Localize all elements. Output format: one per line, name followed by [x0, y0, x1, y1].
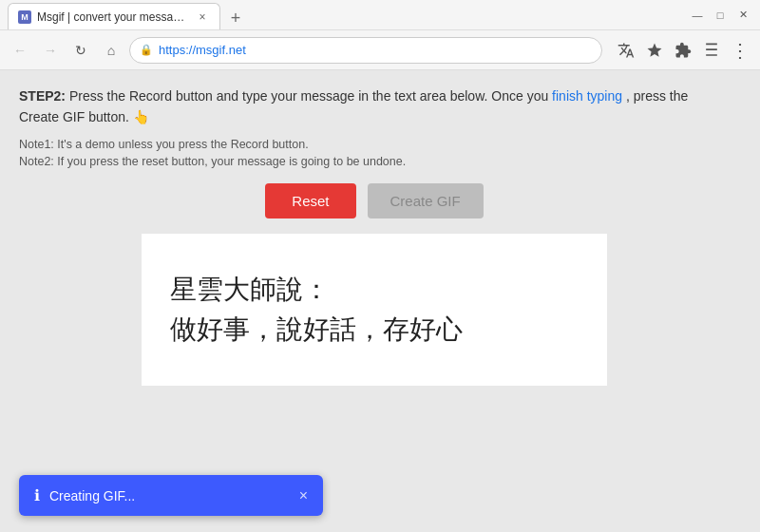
toast-message: Creating GIF...	[49, 488, 290, 504]
note2-text: Note2: If you press the reset button, yo…	[19, 155, 730, 168]
tab-favicon: M	[18, 10, 31, 24]
action-buttons-row: Reset Create GIF	[19, 183, 730, 218]
extensions-icon[interactable]	[671, 38, 695, 63]
back-button[interactable]: ←	[8, 38, 32, 63]
instruction-main: Press the Record button and type your me…	[69, 88, 552, 104]
tabs-container: M Msgif | convert your message i × +	[8, 0, 688, 29]
toast-notification: ℹ Creating GIF... ×	[19, 475, 323, 516]
toast-info-icon: ℹ	[34, 486, 40, 504]
new-tab-button[interactable]: +	[224, 7, 247, 29]
tab-title: Msgif | convert your message i	[37, 10, 189, 24]
active-tab[interactable]: M Msgif | convert your message i ×	[8, 3, 220, 29]
lock-icon: 🔒	[140, 44, 153, 56]
refresh-button[interactable]: ↻	[68, 38, 93, 63]
note1-text: Note1: It's a demo unless you press the …	[19, 138, 730, 151]
profile-icon[interactable]	[699, 38, 724, 63]
translate-icon[interactable]	[614, 38, 638, 63]
pointing-emoji: 👆	[133, 109, 149, 124]
preview-line1: 星雲大師說：	[170, 270, 463, 310]
instruction-paragraph: STEP2: Press the Record button and type …	[19, 86, 730, 128]
step-label: STEP2:	[19, 88, 66, 104]
url-text: https://msgif.net	[159, 43, 246, 57]
titlebar: M Msgif | convert your message i × + — □…	[0, 0, 760, 30]
instruction-highlight-finish: finish typing	[552, 88, 622, 104]
bookmark-star-icon[interactable]	[642, 38, 667, 63]
create-gif-button[interactable]: Create GIF	[368, 183, 484, 218]
menu-icon[interactable]: ⋮	[728, 38, 752, 63]
minimize-button[interactable]: —	[688, 6, 707, 25]
window-controls: — □ ✕	[688, 6, 752, 25]
browser-toolbar-icons: ⋮	[614, 38, 752, 63]
preview-text: 星雲大師說： 做好事，說好話，存好心	[170, 270, 463, 350]
addressbar: ← → ↻ ⌂ 🔒 https://msgif.net ⋮	[0, 30, 760, 70]
preview-area: 星雲大師說： 做好事，說好話，存好心	[142, 234, 607, 386]
tab-close-button[interactable]: ×	[195, 10, 210, 25]
reset-button[interactable]: Reset	[265, 183, 355, 218]
maximize-button[interactable]: □	[711, 6, 730, 25]
page-content: STEP2: Press the Record button and type …	[0, 70, 749, 401]
forward-button[interactable]: →	[38, 38, 63, 63]
close-button[interactable]: ✕	[733, 6, 752, 25]
content-area: STEP2: Press the Record button and type …	[0, 70, 760, 532]
address-bar[interactable]: 🔒 https://msgif.net	[129, 37, 602, 64]
preview-line2: 做好事，說好話，存好心	[170, 310, 463, 350]
toast-close-button[interactable]: ×	[299, 487, 308, 504]
home-button[interactable]: ⌂	[99, 38, 124, 63]
